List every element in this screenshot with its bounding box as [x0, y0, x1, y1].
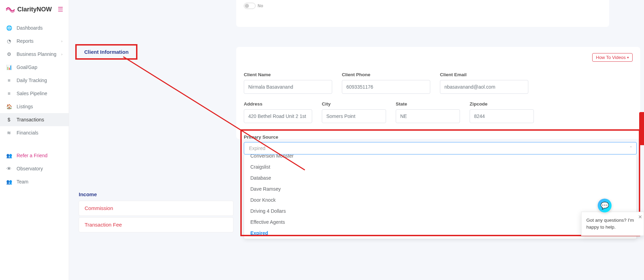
city-label: City	[322, 101, 386, 107]
nav-label: Business Planning	[17, 51, 56, 57]
client-name-label: Client Name	[244, 72, 332, 77]
state-input[interactable]	[396, 109, 460, 123]
client-info-highlight: Client Information	[75, 44, 137, 60]
dropdown-option[interactable]: Database	[244, 172, 636, 183]
state-label: State	[396, 101, 460, 107]
dropdown-option-selected[interactable]: Expired	[244, 228, 636, 239]
sidebar-item-reports[interactable]: ◔Reports›	[0, 34, 69, 48]
dropdown-option[interactable]: Craigslist	[244, 161, 636, 172]
dropdown-option[interactable]: Driving 4 Dollars	[244, 206, 636, 217]
nav-label: Transactions	[17, 117, 63, 122]
address-label: Address	[244, 101, 312, 107]
dollar-icon: $	[6, 117, 12, 122]
nav-label: Reports	[17, 38, 56, 44]
nav: 🌐Dashboards ◔Reports› ⚙Business Planning…	[0, 19, 69, 191]
nav-label: Team	[17, 179, 63, 184]
dropdown-option[interactable]: Door Knock	[244, 194, 636, 206]
sliders-icon: ⚙	[6, 51, 12, 57]
stack-icon: ≋	[6, 130, 12, 136]
sidebar-item-dashboards[interactable]: 🌐Dashboards	[0, 21, 69, 34]
nav-label: Listings	[17, 104, 63, 109]
menu-toggle-icon[interactable]: ☰	[58, 6, 63, 13]
chat-popup: ✕ Got any questions? I'm happy to help.	[581, 212, 644, 236]
income-title: Income	[79, 191, 97, 197]
nav-label: Refer a Friend	[17, 153, 63, 158]
sidebar-item-refer[interactable]: 👥Refer a Friend	[0, 149, 69, 162]
sidebar-item-team[interactable]: 👥Team	[0, 175, 69, 188]
dropdown-option[interactable]: Dave Ramsey	[244, 183, 636, 194]
nav-label: Goal/Gap	[17, 64, 63, 70]
sidebar-item-observatory[interactable]: 👁Observatory	[0, 162, 69, 175]
client-phone-label: Client Phone	[342, 72, 430, 77]
chevron-right-icon: ›	[61, 52, 63, 56]
sidebar-item-sales-pipeline[interactable]: ≡Sales Pipeline	[0, 87, 69, 100]
people-icon: 👥	[6, 153, 12, 158]
sidebar-item-listings[interactable]: 🏠Listings	[0, 100, 69, 113]
main: No Client Information How To Videos Clie…	[69, 0, 644, 280]
dropdown-option[interactable]: Conversion Monster	[244, 154, 636, 161]
city-input[interactable]	[322, 109, 386, 123]
primary-source-input[interactable]	[244, 142, 637, 154]
client-email-input[interactable]	[440, 80, 528, 94]
sidebar-header: ClarityNOW ☰	[0, 0, 69, 19]
chat-text: Got any questions? I'm happy to help.	[586, 218, 634, 230]
list-icon: ≡	[6, 78, 12, 83]
section-title: Client Information	[84, 49, 128, 55]
chevron-up-icon: ⌃	[629, 146, 633, 150]
top-card: No	[236, 0, 609, 27]
dropdown-option[interactable]: Effective Agents	[244, 217, 636, 228]
toggle-no[interactable]: No	[244, 3, 602, 9]
chart-icon: ◔	[6, 38, 12, 44]
chat-widget-icon[interactable]: 💬	[598, 199, 612, 212]
nav-label: Observatory	[17, 166, 63, 171]
income-transaction-fee-link[interactable]: Transaction Fee	[79, 217, 233, 232]
sidebar-item-business-planning[interactable]: ⚙Business Planning›	[0, 48, 69, 61]
client-name-input[interactable]	[244, 80, 332, 94]
client-card: How To Videos Client Name Client Phone C…	[236, 47, 640, 139]
logo-icon	[6, 6, 15, 13]
primary-source-select[interactable]: ⌃	[244, 142, 637, 154]
logo[interactable]: ClarityNOW	[6, 6, 55, 13]
chevron-right-icon: ›	[61, 39, 63, 43]
address-input[interactable]	[244, 109, 312, 123]
zip-input[interactable]	[470, 109, 534, 123]
globe-icon: 🌐	[6, 25, 12, 31]
bar-icon: 📊	[6, 64, 12, 70]
eye-icon: 👁	[6, 166, 12, 171]
toggle-label: No	[258, 3, 263, 8]
howto-label: How To Videos	[596, 55, 626, 60]
sidebar-item-goal-gap[interactable]: 📊Goal/Gap	[0, 61, 69, 74]
client-email-label: Client Email	[440, 72, 528, 77]
client-phone-input[interactable]	[342, 80, 430, 94]
toggle-switch-icon[interactable]	[244, 3, 256, 9]
home-icon: 🏠	[6, 104, 12, 109]
close-icon[interactable]: ✕	[638, 213, 642, 221]
income-commission-link[interactable]: Commission	[79, 201, 233, 216]
sidebar-item-transactions[interactable]: $Transactions	[0, 113, 69, 126]
logo-text: ClarityNOW	[17, 6, 52, 13]
nav-label: Financials	[17, 130, 63, 136]
client-card-header: How To Videos	[244, 53, 633, 62]
team-icon: 👥	[6, 179, 12, 184]
zip-label: Zipcode	[470, 101, 534, 107]
nav-label: Daily Tracking	[17, 78, 63, 83]
list-icon: ≡	[6, 91, 12, 96]
sidebar: ClarityNOW ☰ 🌐Dashboards ◔Reports› ⚙Busi…	[0, 0, 69, 280]
nav-label: Sales Pipeline	[17, 91, 63, 96]
sidebar-item-financials[interactable]: ≋Financials	[0, 126, 69, 139]
primary-source-dropdown: Conversion Monster Craigslist Database D…	[244, 154, 637, 239]
nav-label: Dashboards	[17, 25, 63, 31]
sidebar-item-daily-tracking[interactable]: ≡Daily Tracking	[0, 74, 69, 87]
how-to-videos-button[interactable]: How To Videos	[592, 53, 633, 62]
edge-tab[interactable]	[639, 112, 644, 145]
